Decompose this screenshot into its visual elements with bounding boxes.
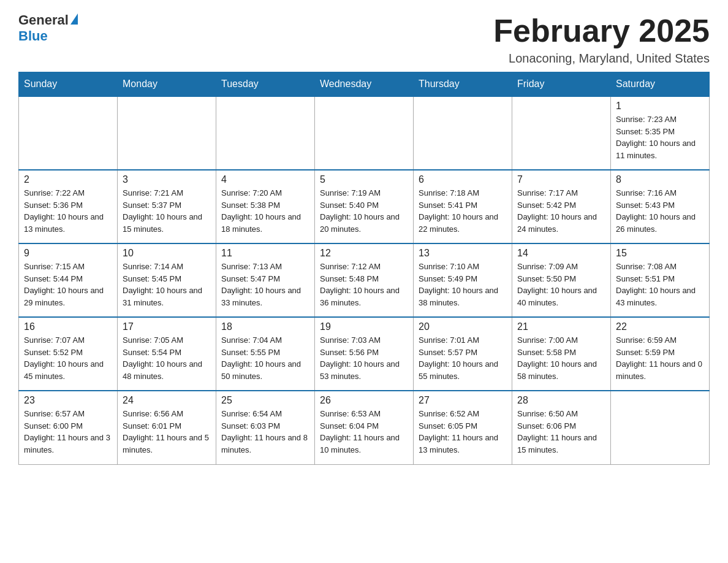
calendar-cell: 26Sunrise: 6:53 AMSunset: 6:04 PMDayligh… (315, 391, 414, 464)
calendar-cell: 24Sunrise: 6:56 AMSunset: 6:01 PMDayligh… (118, 391, 216, 464)
calendar-cell: 2Sunrise: 7:22 AMSunset: 5:36 PMDaylight… (19, 170, 118, 243)
day-number: 11 (221, 248, 309, 259)
day-info: Sunrise: 7:23 AMSunset: 5:35 PMDaylight:… (616, 113, 704, 161)
calendar-week-row-3: 9Sunrise: 7:15 AMSunset: 5:44 PMDaylight… (19, 243, 710, 317)
day-info: Sunrise: 7:07 AMSunset: 5:52 PMDaylight:… (24, 334, 112, 382)
calendar-week-row-4: 16Sunrise: 7:07 AMSunset: 5:52 PMDayligh… (19, 317, 710, 391)
day-number: 12 (320, 248, 408, 259)
calendar-cell (19, 96, 118, 170)
day-info: Sunrise: 7:15 AMSunset: 5:44 PMDaylight:… (24, 261, 112, 308)
calendar-cell: 3Sunrise: 7:21 AMSunset: 5:37 PMDaylight… (118, 170, 216, 243)
day-number: 22 (616, 321, 704, 332)
day-number: 19 (320, 321, 408, 332)
calendar-header-sunday: Sunday (19, 72, 118, 97)
day-info: Sunrise: 6:59 AMSunset: 5:59 PMDaylight:… (616, 334, 704, 382)
logo-blue-text: Blue (18, 28, 48, 44)
day-info: Sunrise: 7:22 AMSunset: 5:36 PMDaylight:… (24, 187, 112, 235)
day-info: Sunrise: 7:10 AMSunset: 5:49 PMDaylight:… (419, 261, 507, 308)
calendar-week-row-2: 2Sunrise: 7:22 AMSunset: 5:36 PMDaylight… (19, 170, 710, 243)
day-info: Sunrise: 6:52 AMSunset: 6:05 PMDaylight:… (419, 408, 507, 456)
day-info: Sunrise: 6:56 AMSunset: 6:01 PMDaylight:… (123, 408, 211, 456)
calendar-cell: 27Sunrise: 6:52 AMSunset: 6:05 PMDayligh… (414, 391, 512, 464)
day-number: 3 (123, 174, 211, 185)
day-info: Sunrise: 7:12 AMSunset: 5:48 PMDaylight:… (320, 261, 408, 308)
day-number: 13 (419, 248, 507, 259)
day-info: Sunrise: 7:13 AMSunset: 5:47 PMDaylight:… (221, 261, 309, 308)
calendar-cell: 12Sunrise: 7:12 AMSunset: 5:48 PMDayligh… (315, 243, 414, 317)
calendar-cell: 22Sunrise: 6:59 AMSunset: 5:59 PMDayligh… (611, 317, 710, 391)
day-number: 2 (24, 174, 112, 185)
calendar-cell: 15Sunrise: 7:08 AMSunset: 5:51 PMDayligh… (611, 243, 710, 317)
day-number: 20 (419, 321, 507, 332)
calendar-header-monday: Monday (118, 72, 216, 97)
logo: General Blue (18, 12, 78, 44)
calendar-cell: 9Sunrise: 7:15 AMSunset: 5:44 PMDaylight… (19, 243, 118, 317)
calendar-cell: 16Sunrise: 7:07 AMSunset: 5:52 PMDayligh… (19, 317, 118, 391)
page-subtitle: Lonaconing, Maryland, United States (493, 52, 710, 66)
calendar-cell: 28Sunrise: 6:50 AMSunset: 6:06 PMDayligh… (512, 391, 611, 464)
calendar-cell: 13Sunrise: 7:10 AMSunset: 5:49 PMDayligh… (414, 243, 512, 317)
day-number: 10 (123, 248, 211, 259)
calendar-header-tuesday: Tuesday (216, 72, 315, 97)
day-number: 21 (517, 321, 605, 332)
calendar-cell: 4Sunrise: 7:20 AMSunset: 5:38 PMDaylight… (216, 170, 315, 243)
day-info: Sunrise: 7:19 AMSunset: 5:40 PMDaylight:… (320, 187, 408, 235)
calendar-cell: 14Sunrise: 7:09 AMSunset: 5:50 PMDayligh… (512, 243, 611, 317)
calendar-header-friday: Friday (512, 72, 611, 97)
calendar-cell: 17Sunrise: 7:05 AMSunset: 5:54 PMDayligh… (118, 317, 216, 391)
day-number: 8 (616, 174, 704, 185)
day-number: 18 (221, 321, 309, 332)
calendar-cell: 25Sunrise: 6:54 AMSunset: 6:03 PMDayligh… (216, 391, 315, 464)
calendar-cell: 18Sunrise: 7:04 AMSunset: 5:55 PMDayligh… (216, 317, 315, 391)
page-header: General Blue February 2025 Lonaconing, M… (18, 12, 710, 66)
calendar-cell (512, 96, 611, 170)
day-info: Sunrise: 7:14 AMSunset: 5:45 PMDaylight:… (123, 261, 211, 308)
day-number: 6 (419, 174, 507, 185)
day-info: Sunrise: 7:18 AMSunset: 5:41 PMDaylight:… (419, 187, 507, 235)
calendar-cell: 8Sunrise: 7:16 AMSunset: 5:43 PMDaylight… (611, 170, 710, 243)
day-number: 9 (24, 248, 112, 259)
day-info: Sunrise: 7:00 AMSunset: 5:58 PMDaylight:… (517, 334, 605, 382)
day-info: Sunrise: 7:05 AMSunset: 5:54 PMDaylight:… (123, 334, 211, 382)
logo-triangle-icon (70, 13, 78, 25)
day-info: Sunrise: 7:03 AMSunset: 5:56 PMDaylight:… (320, 334, 408, 382)
calendar-header-saturday: Saturday (611, 72, 710, 97)
day-number: 16 (24, 321, 112, 332)
day-number: 5 (320, 174, 408, 185)
title-section: February 2025 Lonaconing, Maryland, Unit… (493, 12, 710, 66)
calendar-cell (611, 391, 710, 464)
day-number: 14 (517, 248, 605, 259)
day-number: 17 (123, 321, 211, 332)
day-number: 4 (221, 174, 309, 185)
calendar-cell: 20Sunrise: 7:01 AMSunset: 5:57 PMDayligh… (414, 317, 512, 391)
calendar-cell: 5Sunrise: 7:19 AMSunset: 5:40 PMDaylight… (315, 170, 414, 243)
day-info: Sunrise: 6:50 AMSunset: 6:06 PMDaylight:… (517, 408, 605, 456)
day-number: 27 (419, 395, 507, 406)
day-number: 23 (24, 395, 112, 406)
day-number: 7 (517, 174, 605, 185)
calendar-cell: 1Sunrise: 7:23 AMSunset: 5:35 PMDaylight… (611, 96, 710, 170)
calendar-cell: 7Sunrise: 7:17 AMSunset: 5:42 PMDaylight… (512, 170, 611, 243)
calendar-cell: 6Sunrise: 7:18 AMSunset: 5:41 PMDaylight… (414, 170, 512, 243)
day-number: 26 (320, 395, 408, 406)
calendar-cell (216, 96, 315, 170)
calendar-cell: 10Sunrise: 7:14 AMSunset: 5:45 PMDayligh… (118, 243, 216, 317)
day-number: 1 (616, 101, 704, 112)
calendar-week-row-5: 23Sunrise: 6:57 AMSunset: 6:00 PMDayligh… (19, 391, 710, 464)
calendar-cell: 23Sunrise: 6:57 AMSunset: 6:00 PMDayligh… (19, 391, 118, 464)
day-info: Sunrise: 7:21 AMSunset: 5:37 PMDaylight:… (123, 187, 211, 235)
calendar-cell (414, 96, 512, 170)
day-info: Sunrise: 6:54 AMSunset: 6:03 PMDaylight:… (221, 408, 309, 456)
day-info: Sunrise: 7:08 AMSunset: 5:51 PMDaylight:… (616, 261, 704, 308)
day-number: 28 (517, 395, 605, 406)
day-info: Sunrise: 7:04 AMSunset: 5:55 PMDaylight:… (221, 334, 309, 382)
calendar-cell: 21Sunrise: 7:00 AMSunset: 5:58 PMDayligh… (512, 317, 611, 391)
calendar-table: SundayMondayTuesdayWednesdayThursdayFrid… (18, 72, 710, 465)
calendar-week-row-1: 1Sunrise: 7:23 AMSunset: 5:35 PMDaylight… (19, 96, 710, 170)
calendar-cell (315, 96, 414, 170)
calendar-header-wednesday: Wednesday (315, 72, 414, 97)
day-info: Sunrise: 7:20 AMSunset: 5:38 PMDaylight:… (221, 187, 309, 235)
calendar-cell (118, 96, 216, 170)
day-info: Sunrise: 7:16 AMSunset: 5:43 PMDaylight:… (616, 187, 704, 235)
calendar-cell: 11Sunrise: 7:13 AMSunset: 5:47 PMDayligh… (216, 243, 315, 317)
